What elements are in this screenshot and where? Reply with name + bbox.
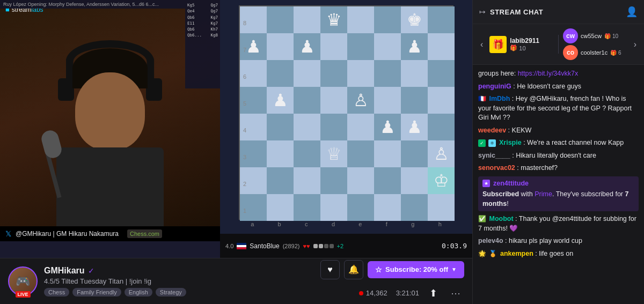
ankempen-badge2: 🏅 <box>489 250 497 257</box>
username-weedeev[interactable]: weedeev <box>478 127 506 134</box>
rank-4: 4 <box>243 127 246 134</box>
cell-d5 <box>320 87 347 114</box>
tag-english[interactable]: English <box>125 288 152 296</box>
prime-link[interactable]: Prime <box>535 190 552 198</box>
video-area: ■ streamlabs Kg5Qg7 Qe4Qg7 Qb6Kg7 E11Kg7… <box>0 0 472 258</box>
sub-badge: ★ <box>482 180 490 187</box>
viewer-number: 14,362 <box>366 289 387 297</box>
sub-msg-text: Subscribed with Prime. They've subscribe… <box>482 190 634 209</box>
cell-f7 <box>374 33 401 60</box>
chat-msg-8: ★ zen4ttitude Subscribed with Prime. The… <box>478 176 639 212</box>
tag-chess[interactable]: Chess <box>44 288 69 296</box>
cell-c7: ♟ <box>294 33 320 60</box>
msg-10-text: : hikaru pls play world cup <box>505 237 582 244</box>
cell-h1 <box>428 194 455 221</box>
viewer-count: 14,362 <box>359 289 387 297</box>
username-xrispie[interactable]: Xrispie <box>499 139 522 146</box>
tag-strategy[interactable]: Strategy <box>156 288 186 296</box>
verified-icon: ✓ <box>88 266 94 275</box>
username-zen4ttitude[interactable]: zen4ttitude <box>493 179 529 189</box>
cell-c3 <box>294 140 320 167</box>
cell-f6 <box>374 60 401 87</box>
tag-family-friendly[interactable]: Family Friendly <box>72 288 121 296</box>
cell-e3 <box>347 140 374 167</box>
prev-button[interactable]: ‹ <box>478 40 485 49</box>
username-ankempen[interactable]: ankempen <box>500 250 533 257</box>
chat-messages: groups here: https://bit.ly/34vkk7x peng… <box>473 65 644 304</box>
tag-row: Chess Family Friendly English Strategy <box>44 288 314 296</box>
username-pelev4o[interactable]: pelev4o <box>478 237 503 244</box>
badge-react: ⚛ <box>488 139 496 147</box>
file-g: g <box>411 221 414 227</box>
score: 4.0 <box>225 243 233 249</box>
username-senorvac[interactable]: senorvac02 <box>478 164 515 172</box>
rank-5: 5 <box>243 100 246 107</box>
gift-count-3: 🎁 6 <box>610 50 621 56</box>
gift-count-1: 🎁 10 <box>510 45 539 51</box>
pip <box>324 244 328 248</box>
bell-button[interactable]: 🔔 <box>344 260 363 279</box>
board-with-labels: 8 7 6 5 4 3 2 1 <box>239 5 453 228</box>
cell-h5 <box>428 87 455 114</box>
cell-c8 <box>294 6 320 33</box>
gift-icon-1: 🎁 <box>489 36 507 53</box>
chat-msg-9: ✅ Moobot : Thank you @zen4ttitude for su… <box>478 214 639 233</box>
subscribe-button[interactable]: ☆ Subscribe: 20% off ▼ <box>368 261 464 278</box>
cell-g8: ♚ <box>401 6 428 33</box>
board-labels-left: 8 7 6 5 4 3 2 1 <box>243 10 246 224</box>
next-button[interactable]: › <box>632 40 639 49</box>
file-b: b <box>278 221 281 227</box>
share-button[interactable]: ⬆ <box>423 284 443 303</box>
link-prefix: groups here: <box>478 70 518 77</box>
username-moobot[interactable]: Moobot <box>489 215 513 223</box>
cell-f8 <box>374 6 401 33</box>
cell-d2 <box>320 167 347 194</box>
cell-e5: ♙ <box>347 87 374 114</box>
gift-user-3: co coolster1c 🎁 6 <box>563 45 621 60</box>
heart-button[interactable]: ♥ <box>320 260 340 279</box>
cell-b1 <box>267 194 294 221</box>
username-penguinig[interactable]: penguiniG <box>478 83 511 90</box>
chevron-down-icon: ▼ <box>451 266 457 272</box>
cell-e2 <box>347 167 374 194</box>
cell-e6 <box>347 60 374 87</box>
cell-f5 <box>374 87 401 114</box>
chat-popout-icon[interactable]: ↦ <box>479 8 486 16</box>
move-line-3: Qb6Kg7 <box>187 14 218 20</box>
chess-logo: Chess.com <box>127 229 162 238</box>
gift-name-3: coolster1c <box>581 49 608 56</box>
rank-3: 3 <box>243 154 246 160</box>
headphone-ear-left <box>58 78 74 101</box>
cell-f2 <box>374 167 401 194</box>
cell-e8 <box>347 6 374 33</box>
chat-user-icon[interactable]: 👤 <box>626 6 638 18</box>
msg-5-text: : We're a react channel now Kapp <box>523 139 624 146</box>
move-indicator: +2 <box>337 243 344 249</box>
move-line-5: Qb6Kh7 <box>187 26 218 32</box>
ankempen-badge1: 🌟 <box>478 250 486 257</box>
main-container: ■ streamlabs Kg5Qg7 Qe4Qg7 Qb6Kg7 E11Kg7… <box>0 0 644 304</box>
msg-2-text: : He ldoesn't care guys <box>513 83 581 90</box>
move-line-4: E11Kg7 <box>187 20 218 26</box>
gift-banner: ‹ 🎁 labib2911 🎁 10 cw cw55cw 🎁 <box>473 24 644 65</box>
bottom-actions: ♥ 🔔 ☆ Subscribe: 20% off ▼ 14,362 3:21:0… <box>320 260 464 303</box>
player-hearts: ♥♥ <box>303 243 310 249</box>
stream-title: 4.5/5 Tilted Tuesday Titan | !join !ig <box>44 277 314 285</box>
cell-d6 <box>320 60 347 87</box>
cell-h4 <box>428 114 455 140</box>
move-line-1: Kg5Qg7 <box>187 2 218 8</box>
face <box>75 72 145 150</box>
board-labels-bottom: a b c d e f g h <box>239 220 453 228</box>
msg-7-text: : masterchef? <box>517 164 558 172</box>
username-imdbh[interactable]: ImDbh <box>489 95 510 102</box>
more-button[interactable]: ⋯ <box>447 285 464 302</box>
chat-link[interactable]: https://bit.ly/34vkk7x <box>518 70 579 77</box>
gift-user-name-1: labib2911 <box>510 37 539 45</box>
gift-user-1: labib2911 🎁 10 <box>510 37 539 51</box>
msg-4-text: : KEKW <box>508 127 532 134</box>
cell-g1 <box>401 194 428 221</box>
chat-section: ↦ STREAM CHAT 👤 ‹ 🎁 labib2911 🎁 10 <box>472 0 644 304</box>
gift-item-1: 🎁 labib2911 🎁 10 <box>489 36 554 53</box>
chat-msg-11: 🌟 🏅 ankempen : life goes on <box>478 249 639 259</box>
username-synic[interactable]: synic____ <box>478 152 510 159</box>
